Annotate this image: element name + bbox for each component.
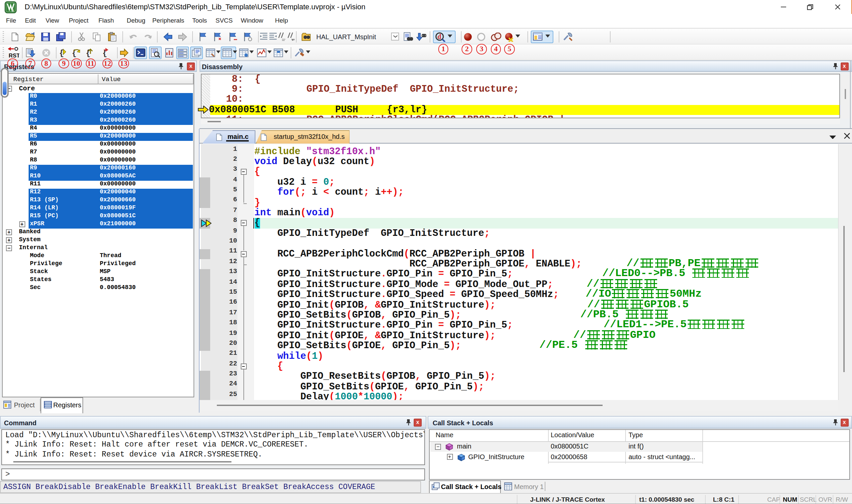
svg-text:s: s [12, 7, 14, 12]
svg-text:RST: RST [8, 52, 19, 58]
svg-text:{ }: { } [71, 49, 82, 57]
svg-text:d: d [437, 33, 441, 40]
